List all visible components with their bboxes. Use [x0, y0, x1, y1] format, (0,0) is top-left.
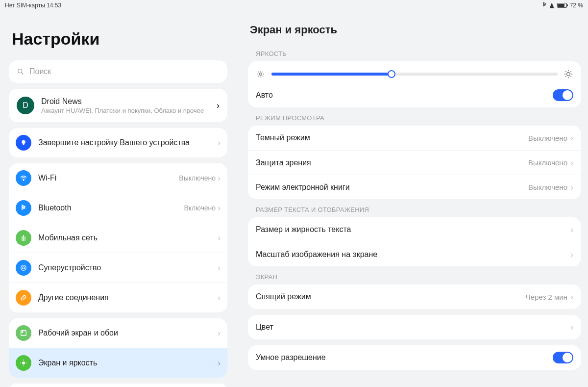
bt-value: Включено — [184, 204, 216, 212]
page-title: Экран и яркость — [250, 24, 581, 36]
ebook-value: Выключено — [528, 183, 567, 191]
wifi-label: Wi-Fi — [38, 174, 179, 182]
brightness-slider-row — [248, 61, 581, 83]
chevron-right-icon: › — [570, 183, 573, 192]
svg-rect-3 — [23, 144, 24, 145]
svg-line-1 — [22, 73, 23, 74]
brightness-slider[interactable] — [271, 69, 558, 79]
chevron-right-icon: › — [570, 158, 573, 167]
sleep-row[interactable]: Спящий режим Через 2 мин › — [248, 284, 581, 309]
chevron-right-icon: › — [218, 329, 220, 337]
home-icon — [16, 325, 31, 341]
svg-line-31 — [570, 71, 571, 72]
chevron-right-icon: › — [570, 225, 573, 234]
auto-brightness-row[interactable]: Авто — [248, 83, 581, 107]
chevron-right-icon: › — [217, 101, 220, 110]
sun-high-icon — [564, 69, 573, 79]
bluetooth-icon — [16, 200, 31, 216]
chevron-right-icon: › — [570, 323, 573, 332]
chevron-right-icon: › — [218, 263, 220, 272]
chevron-right-icon: › — [218, 359, 220, 367]
sidebar: Настройки Поиск D Droid News Аккаунт HUA… — [0, 11, 234, 387]
dark-mode-row[interactable]: Темный режим Выключено › — [248, 126, 581, 150]
chevron-right-icon: › — [218, 233, 220, 242]
auto-label: Авто — [256, 91, 553, 100]
smart-resolution-toggle[interactable] — [553, 352, 573, 363]
svg-line-29 — [570, 76, 571, 77]
svg-point-14 — [260, 73, 262, 76]
search-icon — [17, 68, 24, 76]
ebook-mode-row[interactable]: Режим электронной книги Выключено › — [248, 175, 581, 199]
svg-line-20 — [263, 76, 263, 77]
svg-line-19 — [258, 72, 259, 72]
smart-res-label: Умное разрешение — [256, 353, 553, 362]
svg-line-22 — [263, 72, 263, 72]
battery-icon — [557, 3, 567, 8]
chevron-right-icon: › — [218, 174, 220, 182]
search-placeholder: Поиск — [29, 67, 51, 76]
svg-point-23 — [567, 73, 570, 76]
svg-point-2 — [22, 140, 25, 144]
eye-label: Защита зрения — [256, 158, 528, 167]
sidebar-item-home-wallpaper[interactable]: Рабочий экран и обои › — [9, 318, 227, 348]
bluetooth-icon — [542, 2, 547, 9]
auto-brightness-toggle[interactable] — [553, 89, 573, 101]
settings-title: Настройки — [12, 29, 227, 49]
superdevice-icon — [16, 260, 31, 276]
mobile-label: Мобильная сеть — [38, 233, 218, 242]
sidebar-item-bluetooth[interactable]: Bluetooth Включено › — [9, 193, 227, 223]
lightbulb-icon — [16, 135, 31, 151]
wifi-value: Выключено — [179, 174, 216, 182]
sleep-label: Спящий режим — [256, 292, 526, 301]
status-left: Нет SIM-карты 14:53 — [5, 2, 61, 9]
section-screen: ЭКРАН — [256, 273, 581, 281]
dark-value: Выключено — [528, 134, 567, 142]
search-input[interactable]: Поиск — [9, 60, 227, 83]
mobile-icon — [16, 230, 31, 246]
svg-line-28 — [565, 71, 566, 72]
ebook-label: Режим электронной книги — [256, 183, 528, 192]
chevron-right-icon: › — [570, 250, 573, 259]
smart-resolution-row[interactable]: Умное разрешение — [248, 345, 581, 370]
content-pane: Экран и яркость ЯРКОСТЬ Авто РЕЖИМ ПРОСМ… — [234, 11, 588, 387]
account-name: Droid News — [41, 97, 217, 106]
sidebar-item-mobile[interactable]: Мобильная сеть › — [9, 223, 227, 253]
color-row[interactable]: Цвет › — [248, 315, 581, 339]
screen-label: Экран и яркость — [38, 359, 218, 367]
super-label: Суперустройство — [38, 263, 218, 272]
other-label: Другие соединения — [38, 293, 218, 302]
chevron-right-icon: › — [570, 133, 573, 142]
sidebar-item-display-brightness[interactable]: Экран и яркость › — [9, 348, 227, 378]
account-row[interactable]: D Droid News Аккаунт HUAWEI, Платежи и п… — [9, 89, 227, 122]
svg-point-8 — [22, 332, 23, 333]
sun-low-icon — [256, 69, 266, 79]
sidebar-item-wifi[interactable]: Wi-Fi Выключено › — [9, 163, 227, 193]
svg-line-30 — [565, 76, 566, 77]
account-sub: Аккаунт HUAWEI, Платежи и покупки, Облак… — [41, 107, 217, 114]
svg-point-0 — [18, 69, 22, 73]
svg-line-21 — [258, 76, 259, 77]
eye-value: Выключено — [528, 158, 567, 167]
sidebar-item-other-connections[interactable]: Другие соединения › — [9, 283, 227, 312]
section-view-mode: РЕЖИМ ПРОСМОТРА — [256, 114, 581, 122]
svg-point-9 — [22, 361, 25, 364]
wifi-icon — [16, 170, 31, 186]
battery-percent: 72 % — [570, 2, 583, 9]
chevron-right-icon: › — [218, 204, 220, 212]
chevron-right-icon: › — [570, 292, 573, 301]
text-size-row[interactable]: Размер и жирность текста › — [248, 217, 581, 242]
finish-setup-row[interactable]: Завершите настройку Вашего устройства › — [9, 128, 227, 157]
display-zoom-row[interactable]: Масштаб изображения на экране › — [248, 242, 581, 266]
statusbar: Нет SIM-карты 14:53 72 % — [0, 0, 588, 11]
svg-point-4 — [23, 180, 24, 181]
chevron-right-icon: › — [218, 138, 220, 147]
dark-label: Темный режим — [256, 133, 528, 142]
sidebar-item-superdevice[interactable]: Суперустройство › — [9, 253, 227, 283]
zoom-label: Масштаб изображения на экране — [256, 250, 570, 259]
alert-icon — [550, 3, 554, 8]
svg-point-5 — [23, 267, 25, 269]
color-label: Цвет — [256, 323, 570, 332]
section-text-display: РАЗМЕР ТЕКСТА И ОТОБРАЖЕНИЯ — [256, 206, 581, 213]
text-size-label: Размер и жирность текста — [256, 225, 570, 234]
eye-comfort-row[interactable]: Защита зрения Выключено › — [248, 150, 581, 175]
